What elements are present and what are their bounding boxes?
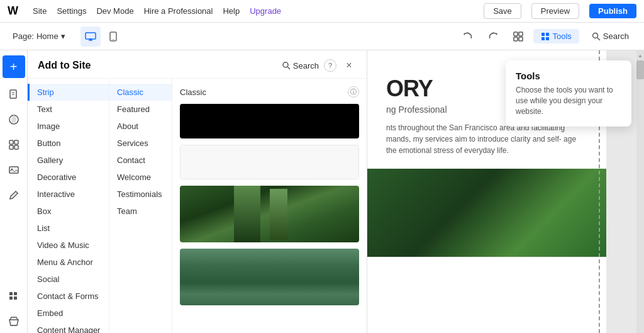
preview-button[interactable]: Preview [531,3,579,19]
nav-help[interactable]: Help [223,6,240,16]
help-button[interactable]: ? [324,59,336,72]
publish-button[interactable]: Publish [589,4,636,18]
cat-item-list[interactable]: List [28,220,109,237]
undo-button[interactable] [458,26,478,47]
pages-icon[interactable] [3,83,25,106]
page-body-text: nts throughout the San Francisco area an… [386,122,587,156]
svg-point-31 [14,325,16,326]
sec-nav-right: Tools Search [458,26,636,47]
panel-header: Add to Site Search ? × [28,50,367,79]
svg-rect-28 [9,296,13,300]
tools-button[interactable]: Tools [533,29,579,43]
subcat-item-team[interactable]: Team [109,203,172,220]
svg-line-33 [287,67,290,69]
page-selector[interactable]: Page: Home ▾ [8,29,70,43]
subcat-item-services[interactable]: Services [109,135,172,152]
cat-item-image[interactable]: Image [28,118,109,135]
cat-item-gallery[interactable]: Gallery [28,152,109,169]
mountain-image [180,249,359,305]
svg-point-5 [113,39,114,40]
media-icon[interactable] [3,159,25,181]
apps-icon[interactable] [3,285,25,308]
subcat-item-testimonials[interactable]: Testimonials [109,186,172,203]
cat-item-content-manager[interactable]: Content Manager [28,322,109,333]
cat-item-box[interactable]: Box [28,203,109,220]
subcat-item-contact[interactable]: Contact [109,152,172,169]
cat-item-video-music[interactable]: Video & Music [28,237,109,254]
cat-item-strip[interactable]: Strip [28,84,109,101]
strip-forest-preview [180,186,359,242]
panel-search-label: Search [293,61,319,71]
elements-grid-icon[interactable] [3,133,25,156]
section-title: Classic [180,87,206,97]
strip-card-mountain[interactable] [180,249,359,305]
cat-item-embed[interactable]: Embed [28,305,109,322]
nav-hire[interactable]: Hire a Professional [144,6,213,16]
nav-settings[interactable]: Settings [57,6,86,16]
page-label: Page: [13,31,34,41]
grid-toggle-button[interactable] [508,26,528,47]
tools-tooltip: Tools Choose the tools you want to use w… [506,60,631,127]
svg-rect-0 [86,33,96,39]
svg-line-15 [597,37,600,40]
scrollbar-thumb[interactable] [636,60,644,79]
chevron-down-icon: ▾ [61,31,65,41]
strip-card-black[interactable] [180,104,359,138]
panel-search-button[interactable]: Search [282,61,319,71]
panel-body: Strip Text Image Button Gallery Decorati… [28,79,367,333]
cat-item-social[interactable]: Social [28,271,109,288]
tools-label: Tools [552,31,571,41]
close-panel-button[interactable]: × [341,58,357,73]
search-icon-top [592,32,601,41]
canvas-scrollbar[interactable] [636,50,644,333]
svg-rect-9 [519,37,523,41]
category-list: Strip Text Image Button Gallery Decorati… [28,79,109,333]
strip-mountain-preview [180,249,359,305]
mobile-view-button[interactable] [103,26,123,47]
desktop-view-button[interactable] [80,26,101,47]
media-icon-svg [8,164,19,176]
save-button[interactable]: Save [484,3,521,19]
section-header: Classic ⓘ [180,86,359,98]
subcat-item-welcome[interactable]: Welcome [109,169,172,186]
grid-icon [513,31,523,42]
strip-black-preview [180,104,359,138]
strip-card-white[interactable] [180,145,359,179]
scroll-up-arrow[interactable]: ▲ [636,50,644,60]
cat-item-contact-forms[interactable]: Contact & Forms [28,288,109,305]
add-elements-button[interactable]: + [3,55,25,78]
design-icon-svg [8,114,19,125]
redo-icon [488,31,498,42]
design-icon[interactable] [3,108,25,131]
pages-icon-svg [8,89,19,100]
top-search-button[interactable]: Search [584,29,636,43]
store-icon[interactable] [3,310,25,333]
svg-rect-11 [546,33,549,36]
page-name: Home [36,31,58,41]
nav-upgrade[interactable]: Upgrade [250,6,281,16]
cat-item-button[interactable]: Button [28,135,109,152]
svg-rect-29 [14,296,17,300]
mobile-icon [109,31,117,42]
subcat-item-classic[interactable]: Classic [109,84,172,101]
redo-button[interactable] [483,26,503,47]
svg-rect-12 [541,37,545,40]
nav-site[interactable]: Site [33,6,47,16]
cat-item-decorative[interactable]: Decorative [28,169,109,186]
section-info-button[interactable]: ⓘ [348,86,359,98]
wix-logo: W [8,4,18,18]
elements-icon-svg [8,139,19,150]
store-icon-svg [8,316,19,327]
subcat-item-about[interactable]: About [109,118,172,135]
main-area: + [0,50,644,333]
cat-item-text[interactable]: Text [28,101,109,118]
subcat-item-featured[interactable]: Featured [109,101,172,118]
top-search-label: Search [603,31,629,41]
cat-item-menu-anchor[interactable]: Menu & Anchor [28,254,109,271]
tooltip-body: Choose the tools you want to use while y… [516,85,621,116]
nav-devmode[interactable]: Dev Mode [96,6,133,16]
pen-icon[interactable] [3,184,25,206]
cat-item-interactive[interactable]: Interactive [28,186,109,203]
strip-card-forest[interactable] [180,186,359,242]
undo-icon [463,31,473,42]
